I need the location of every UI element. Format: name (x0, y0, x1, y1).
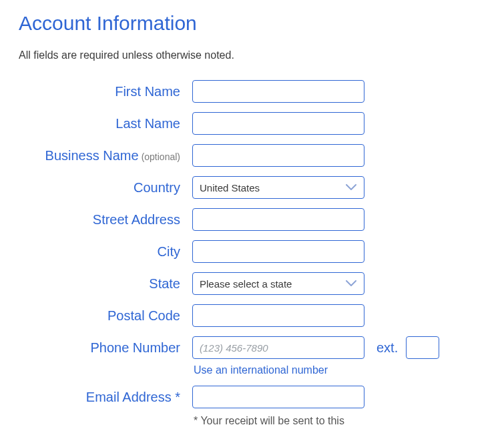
label-business-name-text: Business Name (45, 148, 139, 163)
row-city: City (19, 240, 485, 263)
row-business-name: Business Name(optional) (19, 144, 485, 167)
row-email-note: * Your receipt will be sent to this addr… (19, 414, 485, 425)
row-country: Country United States (19, 176, 485, 199)
row-street-address: Street Address (19, 208, 485, 231)
business-name-input[interactable] (192, 144, 364, 167)
label-email-address: Email Address * (19, 389, 192, 405)
label-postal-code: Postal Code (19, 308, 192, 324)
row-intl-link: Use an international number (19, 364, 485, 376)
page-title: Account Information (19, 12, 485, 35)
row-state: State Please select a state (19, 272, 485, 295)
label-ext: ext. (376, 340, 398, 356)
label-city: City (19, 244, 192, 260)
label-last-name: Last Name (19, 115, 192, 131)
postal-code-input[interactable] (192, 304, 364, 327)
label-phone-number: Phone Number (19, 340, 192, 356)
label-street-address: Street Address (19, 211, 192, 228)
label-optional: (optional) (142, 151, 180, 162)
label-country: Country (19, 179, 192, 195)
label-first-name: First Name (19, 83, 192, 99)
first-name-input[interactable] (192, 80, 364, 103)
email-address-input[interactable] (192, 386, 364, 408)
state-select[interactable]: Please select a state (192, 272, 364, 295)
label-state: State (19, 276, 192, 292)
row-postal-code: Postal Code (19, 304, 485, 327)
row-phone-number: Phone Number ext. (19, 336, 485, 359)
row-first-name: First Name (19, 80, 485, 103)
ext-input[interactable] (406, 336, 439, 359)
country-select[interactable]: United States (192, 176, 364, 199)
last-name-input[interactable] (192, 112, 364, 135)
label-business-name: Business Name(optional) (19, 147, 192, 163)
city-input[interactable] (192, 240, 364, 263)
phone-number-input[interactable] (192, 336, 364, 359)
international-number-link[interactable]: Use an international number (192, 364, 364, 376)
required-note: All fields are required unless otherwise… (19, 49, 485, 61)
street-address-input[interactable] (192, 208, 364, 231)
row-email-address: Email Address * (19, 386, 485, 408)
email-receipt-note: * Your receipt will be sent to this addr… (192, 414, 364, 425)
row-last-name: Last Name (19, 112, 485, 135)
